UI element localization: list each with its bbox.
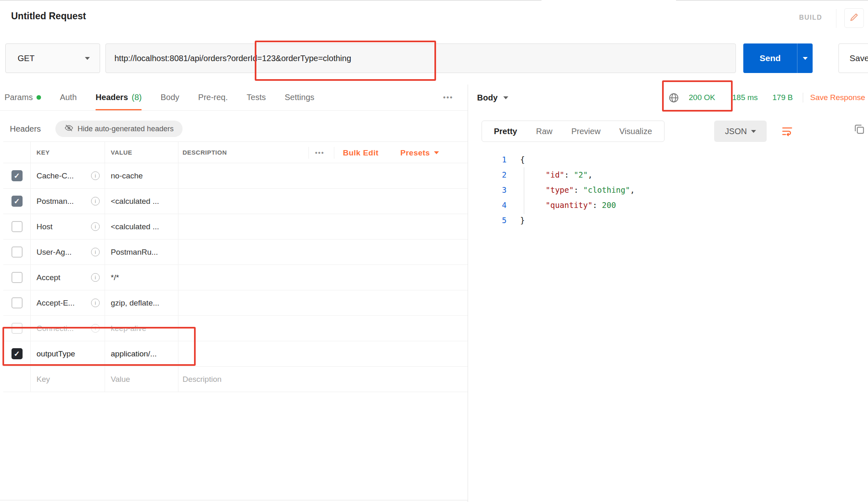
header-key[interactable]: Host (37, 222, 53, 231)
code-line: 4 "quantity": 200 (468, 197, 868, 212)
code-text: { (520, 155, 525, 164)
table-row-placeholder: Key Value Description (3, 367, 468, 392)
method-select[interactable]: GET (5, 43, 100, 73)
code-line: 1 { (468, 152, 868, 167)
tab-settings-label: Settings (285, 93, 314, 102)
eye-off-icon (64, 123, 73, 135)
header-value[interactable]: <calculated ... (105, 189, 178, 214)
headers-count-badge: (8) (132, 93, 142, 102)
info-icon[interactable] (91, 273, 100, 282)
tab-strip-line-right (676, 0, 868, 1)
tab-tests[interactable]: Tests (247, 84, 266, 110)
table-header-row: KEY VALUE DESCRIPTION ••• Bulk Edit Pres… (3, 141, 468, 163)
request-title[interactable]: Untitled Request (11, 11, 86, 22)
header-value[interactable]: */* (105, 265, 178, 290)
tab-params-label: Params (5, 93, 33, 102)
format-dropdown[interactable]: JSON (714, 121, 767, 142)
postman-app: Untitled Request BUILD GET http://localh… (0, 0, 868, 502)
row-checkbox[interactable] (11, 221, 23, 232)
save-button[interactable]: Save (838, 43, 868, 73)
info-icon[interactable] (91, 197, 100, 205)
params-active-dot (37, 95, 41, 100)
info-icon[interactable] (91, 324, 100, 333)
pencil-icon (849, 12, 859, 24)
header-key[interactable]: Accept-E... (37, 299, 75, 308)
header-key[interactable]: Connecti... (37, 324, 74, 333)
key-placeholder[interactable]: Key (37, 375, 50, 384)
row-checkbox[interactable] (11, 348, 23, 359)
tab-headers[interactable]: Headers (8) (96, 84, 142, 110)
table-row: outputType application/... (3, 341, 468, 367)
tab-settings[interactable]: Settings (285, 84, 314, 110)
tab-params[interactable]: Params (5, 84, 41, 110)
tab-prereq[interactable]: Pre-req. (198, 84, 228, 110)
view-tab-raw[interactable]: Raw (527, 121, 562, 141)
send-options-button[interactable] (797, 43, 813, 73)
view-tab-visualize[interactable]: Visualize (610, 121, 662, 141)
network-globe-icon[interactable] (668, 92, 679, 105)
status-badge: 200 OK (689, 84, 715, 111)
row-checkbox[interactable] (11, 272, 23, 283)
url-input[interactable]: http://localhost:8081/api/orders?orderId… (105, 43, 736, 73)
header-value[interactable]: application/... (105, 341, 178, 366)
header-value[interactable]: no-cache (105, 163, 178, 188)
info-icon[interactable] (91, 299, 100, 307)
more-options-icon[interactable]: ••• (443, 84, 453, 111)
row-checkbox[interactable] (11, 323, 23, 334)
value-placeholder[interactable]: Value (105, 367, 178, 392)
wrap-text-button[interactable] (778, 122, 797, 141)
row-checkbox[interactable] (11, 246, 23, 258)
build-label: BUILD (799, 14, 822, 21)
presets-dropdown[interactable]: Presets (400, 142, 439, 164)
tab-tests-label: Tests (247, 93, 266, 102)
response-body-dropdown[interactable]: Body (477, 84, 508, 111)
table-row: Accept-E... gzip, deflate... (3, 290, 468, 316)
format-label: JSON (725, 127, 747, 136)
tab-headers-label: Headers (96, 93, 128, 102)
chevron-down-icon (751, 130, 756, 133)
header-value[interactable]: keep-alive (105, 316, 178, 341)
tab-strip-line-left (0, 0, 541, 1)
header-key[interactable]: Cache-C... (37, 171, 74, 180)
header-value[interactable]: PostmanRu... (105, 240, 178, 265)
info-icon[interactable] (91, 222, 100, 231)
code-line: 5 } (468, 212, 868, 228)
header-key[interactable]: Accept (37, 273, 60, 282)
hide-autogen-headers-button[interactable]: Hide auto-generated headers (55, 121, 183, 137)
line-number: 3 (468, 185, 507, 194)
response-body-editor: 1 { 2 "id": "2", 3 "type": "clothing", 4… (468, 152, 868, 228)
edit-request-button[interactable] (844, 8, 864, 28)
panel-divider[interactable] (468, 84, 468, 502)
code-text: "type": "clothing", (520, 185, 635, 194)
column-key-header: KEY (30, 142, 105, 163)
info-icon[interactable] (91, 171, 100, 180)
method-label: GET (18, 54, 34, 63)
desc-placeholder[interactable]: Description (178, 375, 468, 384)
copy-response-button[interactable] (853, 123, 866, 137)
response-body-label: Body (477, 93, 498, 103)
view-tab-pretty[interactable]: Pretty (484, 121, 527, 141)
response-meta-row: Body 200 OK 185 ms 179 B Save Response (468, 84, 868, 111)
save-response-button[interactable]: Save Response (810, 84, 865, 111)
header-value[interactable]: <calculated ... (105, 214, 178, 239)
code-text: "quantity": 200 (520, 201, 616, 210)
chevron-down-icon (803, 57, 808, 60)
header-key[interactable]: Postman... (37, 197, 74, 206)
meta-divider (803, 93, 803, 103)
tab-auth[interactable]: Auth (60, 84, 77, 110)
header-value[interactable]: gzip, deflate... (105, 290, 178, 315)
left-panel-bottom-line (0, 500, 468, 500)
info-icon[interactable] (91, 248, 100, 256)
header-key[interactable]: User-Ag... (37, 248, 72, 257)
bulk-edit-button[interactable]: Bulk Edit (343, 142, 379, 164)
row-checkbox[interactable] (11, 170, 23, 181)
url-text: http://localhost:8081/api/orders?orderId… (114, 54, 351, 63)
header-key[interactable]: outputType (37, 349, 75, 358)
row-checkbox[interactable] (11, 297, 23, 308)
view-tab-preview[interactable]: Preview (562, 121, 610, 141)
row-checkbox[interactable] (11, 196, 23, 207)
header-divider (308, 147, 309, 159)
send-button[interactable]: Send (743, 43, 797, 73)
tab-body[interactable]: Body (160, 84, 179, 110)
table-more-options-icon[interactable]: ••• (315, 142, 324, 164)
